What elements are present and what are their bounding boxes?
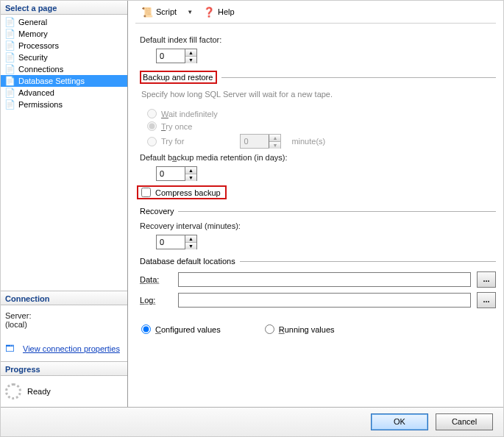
nav-label: Permissions — [18, 100, 63, 109]
nav-permissions[interactable]: 📄 Permissions — [1, 99, 127, 110]
try-once-radio: Try once — [147, 121, 496, 131]
dialog-footer: OK Cancel — [1, 407, 503, 436]
retention-label: Default backup media retention (in days)… — [140, 153, 331, 162]
try-for-radio: Try for — [147, 137, 184, 146]
locations-heading: Database default locations — [140, 257, 235, 266]
recovery-heading: Recovery — [140, 207, 174, 216]
backup-hint: Specify how long SQL Server will wait fo… — [141, 90, 496, 99]
recovery-interval-label: Recovery interval (minutes): — [140, 221, 280, 230]
script-label: Script — [156, 7, 177, 16]
data-path-input[interactable] — [178, 272, 471, 287]
connection-properties-icon: 🗔 — [5, 344, 18, 354]
divider — [240, 261, 496, 262]
data-browse-button[interactable]: ... — [477, 271, 496, 288]
try-for-input — [147, 137, 157, 146]
page-icon: 📄 — [4, 51, 15, 63]
nav-label: Connections — [18, 65, 63, 74]
page-icon: 📄 — [4, 99, 15, 110]
nav-general[interactable]: 📄 General — [1, 16, 127, 28]
running-values-radio[interactable]: Running values — [265, 324, 335, 334]
toolbar: 📜 Script ▼ ❓ Help — [135, 5, 496, 24]
nav-label: Database Settings — [18, 77, 85, 85]
fill-factor-field[interactable]: ▲▼ — [156, 49, 197, 63]
spin-up-icon[interactable]: ▲ — [185, 235, 196, 243]
nav-label: Memory — [18, 29, 48, 38]
script-button[interactable]: 📜 Script — [138, 5, 180, 18]
cancel-button[interactable]: Cancel — [436, 413, 493, 430]
retention-field[interactable]: ▲▼ — [156, 166, 197, 181]
nav-processors[interactable]: 📄 Processors — [1, 40, 127, 51]
compress-backup-checkbox[interactable]: Compress backup — [141, 188, 221, 197]
configured-values-text: onfigured values — [161, 325, 221, 334]
help-button[interactable]: ❓ Help — [200, 5, 238, 18]
progress-heading: Progress — [1, 362, 127, 376]
page-icon: 📄 — [4, 87, 15, 99]
try-for-field: ▲▼ — [240, 134, 281, 149]
fill-factor-label: Default index fill factor: — [140, 35, 280, 44]
running-values-text: unning values — [285, 325, 335, 334]
backup-restore-highlight: Backup and restore — [140, 71, 217, 84]
compress-backup-label: Compress backup — [155, 188, 221, 197]
fill-factor-input[interactable] — [157, 49, 185, 63]
spin-up-icon[interactable]: ▲ — [185, 167, 196, 174]
spin-down-icon[interactable]: ▼ — [185, 243, 196, 249]
left-pane: Select a page 📄 General 📄 Memory 📄 Proce… — [1, 1, 128, 407]
right-pane: 📜 Script ▼ ❓ Help Default index fill fac… — [128, 1, 503, 407]
spin-up-icon[interactable]: ▲ — [185, 49, 196, 57]
backup-restore-heading: Backup and restore — [143, 73, 213, 82]
nav-label: Processors — [18, 41, 59, 50]
running-values-input[interactable] — [265, 324, 274, 334]
help-label: Help — [218, 7, 235, 16]
try-once-input — [147, 121, 157, 131]
spin-down-icon[interactable]: ▼ — [185, 174, 196, 181]
ok-button[interactable]: OK — [371, 413, 428, 430]
page-icon: 📄 — [4, 75, 15, 87]
compress-backup-input[interactable] — [141, 188, 151, 197]
view-connection-properties-link[interactable]: View connection properties — [23, 344, 120, 353]
log-browse-button[interactable]: ... — [477, 292, 496, 308]
log-path-input[interactable] — [178, 293, 471, 308]
server-value: (local) — [5, 320, 123, 329]
spin-up-icon: ▲ — [269, 135, 280, 142]
nav-connections[interactable]: 📄 Connections — [1, 63, 127, 75]
server-label: Server: — [5, 311, 123, 320]
nav-advanced[interactable]: 📄 Advanced — [1, 87, 127, 99]
nav-memory[interactable]: 📄 Memory — [1, 28, 127, 40]
help-icon: ❓ — [203, 6, 215, 18]
try-for-text: Try for — [161, 137, 184, 146]
retention-input[interactable] — [157, 167, 185, 180]
page-icon: 📄 — [4, 40, 15, 51]
try-for-value-input — [241, 135, 269, 148]
spin-down-icon: ▼ — [269, 142, 280, 149]
page-icon: 📄 — [4, 63, 15, 75]
select-a-page-heading: Select a page — [1, 1, 127, 15]
wait-indefinitely-input — [147, 109, 157, 118]
wait-indef-text: ait indefinitely — [168, 110, 218, 118]
configured-values-radio[interactable]: Configured values — [141, 324, 221, 334]
try-once-text: ry once — [166, 122, 192, 131]
progress-status: Ready — [27, 387, 51, 396]
connection-heading: Connection — [1, 291, 127, 305]
nav-database-settings[interactable]: 📄 Database Settings — [1, 75, 127, 87]
nav-label: Advanced — [18, 88, 54, 97]
page-icon: 📄 — [4, 16, 15, 28]
log-path-label: Log: — [140, 296, 172, 305]
configured-values-input[interactable] — [141, 324, 151, 334]
recovery-interval-input[interactable] — [157, 235, 185, 249]
page-icon: 📄 — [4, 28, 15, 40]
divider — [178, 211, 496, 212]
script-icon: 📜 — [141, 6, 153, 18]
wait-indefinitely-radio: Wait indefinitely — [147, 109, 496, 118]
try-for-unit: minute(s) — [291, 137, 325, 146]
page-nav: 📄 General 📄 Memory 📄 Processors 📄 Securi… — [1, 15, 127, 110]
recovery-interval-field[interactable]: ▲▼ — [156, 235, 197, 249]
data-path-label: Data: — [140, 275, 172, 284]
nav-security[interactable]: 📄 Security — [1, 51, 127, 63]
nav-label: Security — [18, 53, 48, 62]
compress-backup-highlight: Compress backup — [137, 185, 227, 199]
spin-down-icon[interactable]: ▼ — [185, 57, 196, 63]
progress-spinner-icon — [5, 383, 21, 399]
script-dropdown-icon[interactable]: ▼ — [184, 9, 196, 15]
divider — [221, 77, 496, 78]
nav-label: General — [18, 18, 47, 26]
